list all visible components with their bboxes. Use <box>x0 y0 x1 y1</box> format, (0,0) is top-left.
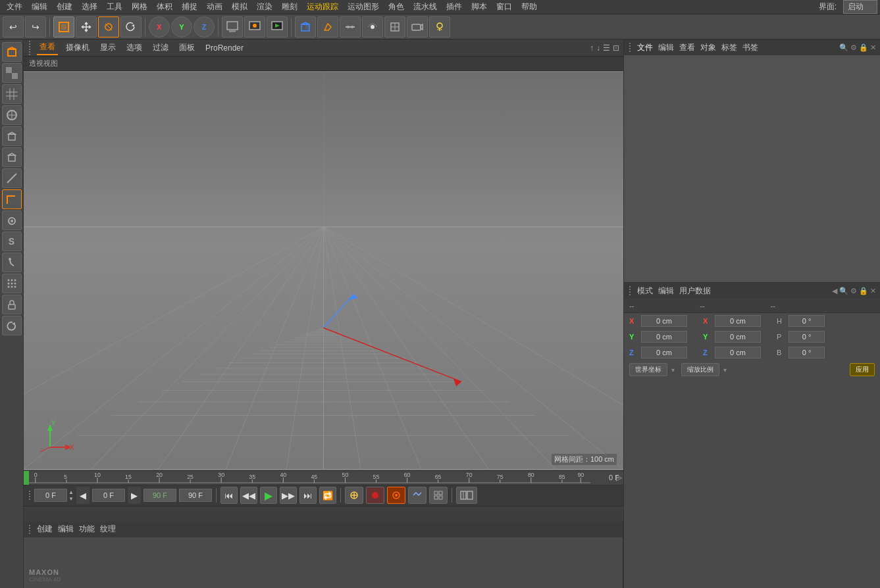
current-frame-input[interactable] <box>34 489 67 502</box>
sidebar-cube2[interactable] <box>2 147 22 167</box>
coord-subtab-2[interactable]: -- <box>700 302 704 310</box>
go-end-button[interactable]: ⏭ <box>299 487 317 504</box>
mat-tab-edit[interactable]: 编辑 <box>58 524 74 535</box>
attr-search-icon[interactable]: 🔍 <box>839 287 848 295</box>
camera-button[interactable] <box>407 16 428 37</box>
viewport-3d[interactable]: 网格间距：100 cm Y X <box>24 71 623 470</box>
sidebar-corner[interactable] <box>2 189 22 209</box>
sidebar-hand[interactable] <box>2 210 22 230</box>
timeline-expand[interactable]: ▷ <box>616 473 622 482</box>
axis-z-button[interactable]: Z <box>194 16 215 37</box>
vp-tab-prorender[interactable]: ProRender <box>203 42 246 54</box>
apply-button[interactable]: 应用 <box>850 363 875 376</box>
menu-plugins[interactable]: 插件 <box>442 0 466 14</box>
menu-help[interactable]: 帮助 <box>517 0 541 14</box>
object-manager-content[interactable] <box>624 55 880 282</box>
render-view-button[interactable] <box>244 16 265 37</box>
menu-tools[interactable]: 工具 <box>103 0 126 14</box>
undo-button[interactable]: ↩ <box>3 16 24 37</box>
coord-x-input[interactable] <box>641 315 687 327</box>
kf-auto-button[interactable] <box>387 487 405 504</box>
menu-edit[interactable]: 编辑 <box>28 0 51 14</box>
obj-close-icon[interactable]: ✕ <box>870 43 876 52</box>
light-button[interactable] <box>429 16 450 37</box>
menu-pipeline[interactable]: 流水线 <box>409 0 441 14</box>
timeline-ruler[interactable]: 0 5 10 15 20 25 30 35 <box>24 471 623 485</box>
attr-tab-edit[interactable]: 编辑 <box>658 285 674 297</box>
menu-motion-track[interactable]: 运动跟踪 <box>303 0 342 14</box>
obj-tab-edit[interactable]: 编辑 <box>658 42 674 53</box>
menu-mograph[interactable]: 运动图形 <box>344 0 383 14</box>
axis-y-button[interactable]: Y <box>171 16 192 37</box>
sidebar-grid[interactable] <box>2 84 22 104</box>
mat-tab-texture[interactable]: 纹理 <box>100 524 116 535</box>
vp-tab-view[interactable]: 查看 <box>37 40 58 55</box>
attr-tab-userdata[interactable]: 用户数据 <box>679 285 711 297</box>
vp-icon-maximize[interactable]: ⊡ <box>613 43 619 53</box>
interface-select[interactable]: 启动 <box>843 0 877 14</box>
coord-ry-input[interactable] <box>715 331 761 343</box>
sidebar-dots-grid[interactable] <box>2 274 22 293</box>
menu-mesh[interactable]: 网格 <box>128 0 151 14</box>
coord-subtab-1[interactable]: -- <box>629 302 634 310</box>
vp-icon-arrow-down[interactable]: ↓ <box>596 43 600 53</box>
play-button[interactable]: ▶ <box>260 487 277 504</box>
coord-subtab-3[interactable]: -- <box>771 302 775 310</box>
go-start-button[interactable]: ⏮ <box>220 487 238 504</box>
attr-settings-icon[interactable]: ⚙ <box>850 287 857 295</box>
obj-settings-icon[interactable]: ⚙ <box>850 43 857 52</box>
sidebar-checkerboard[interactable] <box>2 63 22 83</box>
coord-p-input[interactable] <box>789 331 825 343</box>
render-region-button[interactable] <box>222 16 243 37</box>
attr-close-icon[interactable]: ✕ <box>870 287 876 295</box>
loop-button[interactable]: 🔁 <box>319 487 336 504</box>
scale-dropdown-icon[interactable]: ▾ <box>723 366 727 374</box>
menu-script[interactable]: 脚本 <box>467 0 491 14</box>
obj-lock-icon[interactable]: 🔒 <box>859 43 868 52</box>
next-frame-button[interactable]: ▶ <box>128 487 141 504</box>
coord-rz-input[interactable] <box>715 347 761 358</box>
render-button[interactable] <box>267 16 288 37</box>
kf-grid-button[interactable] <box>429 487 448 504</box>
sidebar-locked[interactable] <box>2 295 22 314</box>
vp-icon-menu[interactable]: ☰ <box>603 43 610 53</box>
menu-file[interactable]: 文件 <box>3 0 26 14</box>
menu-select[interactable]: 选择 <box>78 0 101 14</box>
sidebar-hook[interactable] <box>2 253 22 272</box>
mat-tab-func[interactable]: 功能 <box>79 524 95 535</box>
menu-create[interactable]: 创建 <box>53 0 76 14</box>
axis-x-button[interactable]: X <box>149 16 170 37</box>
view-line-button[interactable] <box>340 16 361 37</box>
menu-window[interactable]: 窗口 <box>492 0 516 14</box>
end-frame-input[interactable] <box>179 489 212 502</box>
menu-animate[interactable]: 动画 <box>203 0 226 14</box>
sidebar-model-mode[interactable] <box>2 42 22 62</box>
sidebar-refresh[interactable] <box>2 316 22 335</box>
kf-motion-button[interactable] <box>408 487 427 504</box>
menu-simulate[interactable]: 模拟 <box>228 0 251 14</box>
scale-button[interactable] <box>98 16 119 37</box>
sidebar-cube[interactable] <box>2 126 22 146</box>
view-point-button[interactable] <box>362 16 383 37</box>
coord-y-input[interactable] <box>641 331 687 343</box>
vp-tab-panel[interactable]: 面板 <box>176 41 197 55</box>
next-key-button[interactable]: ▶▶ <box>280 487 297 504</box>
coord-h-input[interactable] <box>789 315 825 327</box>
menu-sculpt[interactable]: 雕刻 <box>278 0 301 14</box>
view-cube-button[interactable] <box>295 16 316 37</box>
timeline-layout-button[interactable] <box>456 487 477 504</box>
vp-tab-filter[interactable]: 过滤 <box>150 41 171 55</box>
scale-ratio-button[interactable]: 缩放比例 <box>681 363 719 376</box>
vp-tab-camera[interactable]: 摄像机 <box>63 41 92 55</box>
sidebar-circle[interactable] <box>2 105 22 125</box>
mat-tab-create[interactable]: 创建 <box>37 524 53 535</box>
obj-tab-tags[interactable]: 标签 <box>721 42 737 53</box>
obj-tab-objects[interactable]: 对象 <box>700 42 716 53</box>
world-dropdown-icon[interactable]: ▾ <box>671 366 675 374</box>
redo-button[interactable]: ↪ <box>25 16 46 37</box>
min-frame-input[interactable] <box>92 489 125 502</box>
menu-snap[interactable]: 捕捉 <box>178 0 201 14</box>
kf-add-button[interactable] <box>345 487 363 504</box>
obj-tab-bookmarks[interactable]: 书签 <box>742 42 758 53</box>
attr-lock-icon[interactable]: 🔒 <box>859 287 868 295</box>
